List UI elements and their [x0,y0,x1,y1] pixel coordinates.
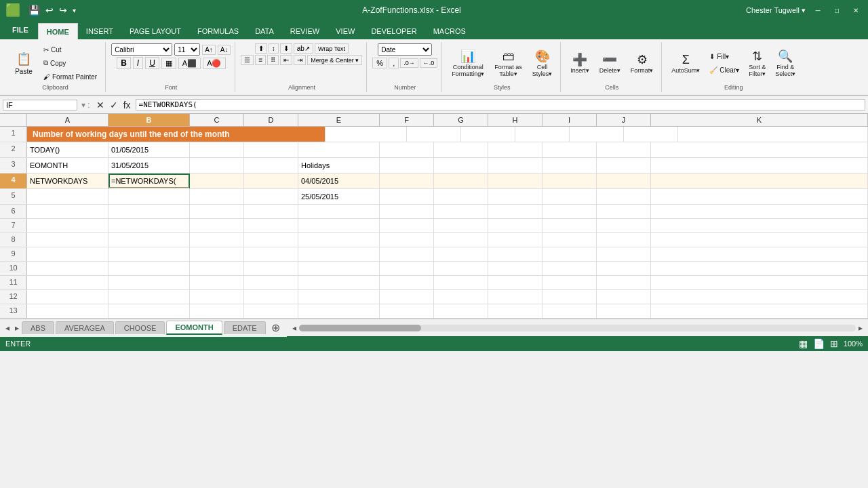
cell[interactable] [108,219,190,232]
tab-review[interactable]: REVIEW [282,23,328,39]
tab-page-layout[interactable]: PAGE LAYOUT [121,23,189,39]
percent-button[interactable]: % [372,58,387,68]
align-bottom-button[interactable]: ⬇ [280,43,292,54]
cell[interactable] [108,233,190,247]
format-button[interactable]: ⚙ Format▾ [627,45,658,81]
tab-data[interactable]: DATA [247,23,282,39]
cell-b4[interactable]: =NETWORKDAYS( NETWORKDAYS(start_date, en… [108,174,190,188]
cell[interactable] [108,276,190,289]
number-format-select[interactable]: Date General Number Currency Short Date … [378,43,432,56]
tab-formulas[interactable]: FORMULAS [189,23,247,39]
restore-button[interactable]: □ [830,3,844,17]
cell[interactable] [244,205,298,218]
cell-g5[interactable] [434,189,488,204]
cell-k5[interactable] [651,189,868,204]
user-name[interactable]: Chester Tugwell ▾ [746,6,806,15]
cell[interactable] [298,219,380,232]
cell[interactable] [244,262,298,275]
format-painter-button[interactable]: 🖌 Format Painter [39,70,101,83]
cell-d2[interactable] [244,142,298,157]
scroll-tabs-left-button[interactable]: ◂ [3,323,12,333]
tab-developer[interactable]: DEVELOPER [363,23,425,39]
cell[interactable] [597,262,651,275]
cell-k4[interactable] [651,174,868,188]
fill-color-button[interactable]: A⬛ [178,58,201,69]
cell-e3[interactable]: Holidays [298,158,380,173]
cell[interactable] [434,205,488,218]
page-break-view-button[interactable]: ⊞ [830,338,838,349]
cell[interactable] [298,247,380,261]
cell[interactable] [542,205,597,218]
cell-d5[interactable] [244,189,298,204]
cell[interactable] [380,219,434,232]
cell[interactable] [380,304,434,318]
tab-view[interactable]: VIEW [328,23,363,39]
cell[interactable] [597,276,651,289]
cell[interactable] [108,205,190,218]
copy-button[interactable]: ⧉ Copy [39,57,101,69]
cell-f2[interactable] [380,142,434,157]
tab-home[interactable]: HOME [38,23,78,39]
cell-c2[interactable] [190,142,244,157]
cell[interactable] [488,276,542,289]
cell-f1[interactable] [407,127,461,142]
insert-button[interactable]: ➕ Insert▾ [566,45,593,81]
cell[interactable] [244,276,298,289]
col-header-a[interactable]: A [27,114,108,126]
find-select-button[interactable]: 🔍 Find &Select▾ [771,45,800,81]
cell[interactable] [434,219,488,232]
cell[interactable] [597,290,651,304]
delete-button[interactable]: ➖ Delete▾ [595,45,625,81]
cell[interactable] [244,304,298,318]
cell-c5[interactable] [190,189,244,204]
increase-font-button[interactable]: A↑ [202,45,216,55]
cell[interactable] [597,219,651,232]
cell-d4[interactable] [244,174,298,188]
merge-center-button[interactable]: Merge & Center ▾ [307,55,362,65]
formula-input[interactable] [136,99,865,110]
col-header-d[interactable]: D [244,114,298,126]
fill-button[interactable]: ⬇ Fill▾ [705,50,743,62]
cell[interactable] [190,205,244,218]
cell[interactable] [488,205,542,218]
cell[interactable] [27,233,108,247]
cell-i4[interactable] [542,174,597,188]
cell-j4[interactable] [597,174,651,188]
cell-h4[interactable] [488,174,542,188]
col-header-f[interactable]: F [380,114,434,126]
cell-a1[interactable]: Number of working days until the end of … [27,127,326,142]
cell[interactable] [488,262,542,275]
cancel-formula-button[interactable]: ✕ [94,100,106,110]
cell[interactable] [190,247,244,261]
sheet-tab-eomonth[interactable]: EOMONTH [166,321,222,335]
add-sheet-button[interactable]: ⊕ [267,321,284,334]
cell-j2[interactable] [597,142,651,157]
cell[interactable] [380,290,434,304]
col-header-e[interactable]: E [298,114,380,126]
cell-j1[interactable] [624,127,678,142]
cell[interactable] [488,233,542,247]
scroll-tabs-right-button[interactable]: ▸ [12,323,22,333]
cell-e2[interactable] [298,142,380,157]
cell-b5[interactable] [108,189,190,204]
font-size-select[interactable]: 11 [174,43,200,56]
minimize-button[interactable]: ─ [811,3,825,17]
cell[interactable] [542,276,597,289]
orientation-button[interactable]: ab↗ [294,43,313,54]
cell-styles-button[interactable]: 🎨 CellStyles▾ [528,45,557,81]
underline-button[interactable]: U [145,57,159,69]
save-qat-button[interactable]: 💾 [27,5,41,16]
cell-a2[interactable]: TODAY() [27,142,108,157]
cell[interactable] [27,290,108,304]
cell[interactable] [651,304,868,318]
cell-a4[interactable]: NETWORKDAYS [27,174,108,188]
cell[interactable] [542,219,597,232]
decrease-indent-button[interactable]: ⇤ [280,55,292,65]
paste-button[interactable]: 📋 Paste [9,45,38,81]
quick-access-toolbar[interactable]: 🟩 💾 ↩ ↪ ▾ [5,3,77,18]
cell-b3[interactable]: 31/05/2015 [108,158,190,173]
cell-e4[interactable]: 04/05/2015 [298,174,380,188]
cell-k1[interactable] [678,127,868,142]
cell-f4[interactable] [380,174,434,188]
tab-file[interactable]: FILE [3,20,38,39]
